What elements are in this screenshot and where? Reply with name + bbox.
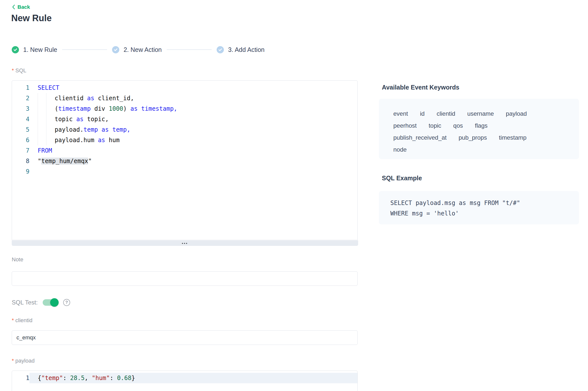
back-link[interactable]: Back <box>12 4 30 10</box>
code-line: 1{"temp": 28.5, "hum": 0.68} <box>12 373 357 383</box>
code-token: "temp" <box>41 375 63 382</box>
indent-guide <box>38 135 46 145</box>
payload-editor[interactable]: 1{"temp": 28.5, "hum": 0.68} <box>12 371 358 391</box>
help-icon[interactable]: ? <box>63 299 70 306</box>
back-label: Back <box>17 4 30 10</box>
clientid-input[interactable] <box>12 330 358 345</box>
code-token: { <box>38 375 41 382</box>
step-label: 3. Add Action <box>228 46 265 53</box>
code-token: timestamp, <box>141 105 177 112</box>
code-line: 7FROM <box>12 145 357 156</box>
code-token: payload. <box>55 126 84 133</box>
code-line: 9 <box>12 166 357 177</box>
new-rule-page: Back New Rule 1. New Rule 2. New Action … <box>0 0 588 391</box>
chevron-left-icon <box>12 4 15 10</box>
page-title: New Rule <box>11 13 52 23</box>
code-content: payload.temp as temp, <box>29 124 357 135</box>
sql-example-line: SELECT payload.msg as msg FROM "t/#" <box>390 198 568 208</box>
code-content: "temp_hum/emqx" <box>29 156 357 166</box>
keyword-item: clientid <box>437 110 455 117</box>
code-token: ( <box>55 105 58 112</box>
sql-example-line: WHERE msg = 'hello' <box>390 208 568 219</box>
indent-guide <box>46 103 55 114</box>
code-content <box>29 166 357 177</box>
code-token: SELECT <box>38 84 59 91</box>
code-token: as <box>130 105 138 112</box>
note-input[interactable] <box>12 271 358 286</box>
indent-guide <box>46 114 55 124</box>
sql-editor[interactable]: 1SELECT2clientid as client_id,3(timestam… <box>12 80 358 240</box>
line-number: 5 <box>12 124 29 135</box>
line-number: 4 <box>12 114 29 124</box>
indent-guide <box>46 135 55 145</box>
step-label: 2. New Action <box>124 46 162 53</box>
step-label: 1. New Rule <box>23 46 57 53</box>
sql-example-card: SELECT payload.msg as msg FROM "t/#"WHER… <box>379 191 579 224</box>
required-asterisk: * <box>12 67 14 74</box>
code-token: : <box>63 375 70 382</box>
indent-guide <box>38 114 46 124</box>
code-token: "hum" <box>92 375 110 382</box>
line-number: 8 <box>12 156 29 166</box>
code-token: timestamp <box>58 105 91 112</box>
code-token: } <box>132 375 135 382</box>
line-number: 6 <box>12 135 29 145</box>
code-line: 4topic as topic, <box>12 114 357 124</box>
line-number: 9 <box>12 166 29 177</box>
code-content: FROM <box>29 145 357 156</box>
code-content: {"temp": 28.5, "hum": 0.68} <box>29 373 357 383</box>
keyword-item: event <box>393 110 408 117</box>
code-token <box>138 105 141 112</box>
keyword-item: timestamp <box>499 134 527 141</box>
code-line: 1SELECT <box>12 83 357 93</box>
sql-example-title: SQL Example <box>382 175 422 182</box>
code-content: (timestamp div 1000) as timestamp, <box>29 103 357 114</box>
indent-guide <box>46 93 55 103</box>
code-line: 3(timestamp div 1000) as timestamp, <box>12 103 357 114</box>
code-token <box>109 126 112 133</box>
step-connector <box>167 49 212 50</box>
keyword-item: publish_received_at <box>393 134 446 141</box>
code-line: 2clientid as client_id, <box>12 93 357 103</box>
keyword-item: peerhost <box>393 122 417 129</box>
keyword-item: node <box>393 146 407 153</box>
keyword-item: pub_props <box>458 134 487 141</box>
sql-field-label: *SQL <box>12 67 26 74</box>
code-token: topic <box>55 116 76 123</box>
required-asterisk: * <box>12 358 14 364</box>
code-token: : <box>110 375 117 382</box>
code-token: temp_hum/emqx <box>41 158 88 165</box>
sql-test-toggle[interactable] <box>43 299 58 306</box>
keywords-card: eventidclientidusernamepayloadpeerhostto… <box>379 99 579 159</box>
code-token: 0.68 <box>117 375 132 382</box>
code-token: as <box>76 116 84 123</box>
keyword-row: publish_received_atpub_propstimestamp <box>393 132 565 144</box>
code-content: topic as topic, <box>29 114 357 124</box>
code-line: 5payload.temp as temp, <box>12 124 357 135</box>
code-token: payload.hum <box>55 137 98 144</box>
editor-resize-handle[interactable]: ••• <box>12 240 358 246</box>
payload-field-label: *payload <box>12 358 35 364</box>
code-token: , <box>85 375 92 382</box>
code-line: 6payload.hum as hum <box>12 135 357 145</box>
code-token: temp <box>84 126 98 133</box>
keyword-item: topic <box>429 122 441 129</box>
required-asterisk: * <box>12 317 14 323</box>
step-item-2: 2. New Action <box>112 46 162 53</box>
keyword-row: node <box>393 144 565 156</box>
step-item-3: 3. Add Action <box>217 46 265 53</box>
code-line: 8"temp_hum/emqx" <box>12 156 357 166</box>
keyword-item: payload <box>506 110 527 117</box>
code-token: " <box>88 158 92 165</box>
clientid-field-label: *clientid <box>12 317 32 324</box>
step-check-icon-pending <box>112 46 119 53</box>
note-field-label: Note <box>12 256 23 263</box>
step-item-1: 1. New Rule <box>12 46 57 53</box>
code-token: temp, <box>112 126 130 133</box>
ellipsis-icon: ••• <box>182 241 188 245</box>
code-token: FROM <box>38 147 52 154</box>
code-token: 28.5 <box>70 375 85 382</box>
sql-test-row: SQL Test: ? <box>12 298 70 307</box>
code-token: clientid <box>55 95 87 102</box>
step-check-icon-pending <box>217 46 224 53</box>
